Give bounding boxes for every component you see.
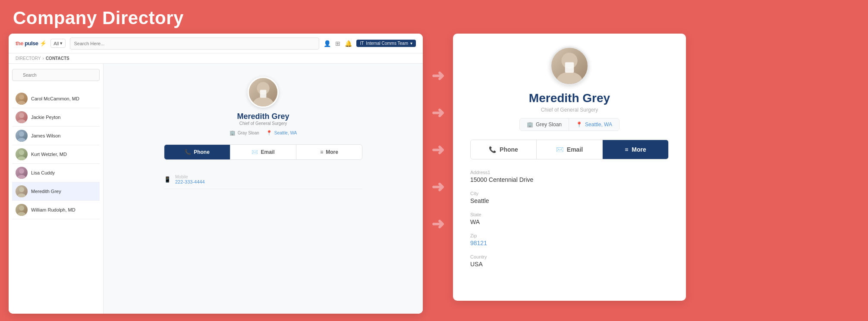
zip-value[interactable]: 98121 [470, 240, 669, 246]
email-tab-label: Email [261, 149, 274, 155]
state-field: State WA [470, 212, 669, 225]
state-value: WA [470, 218, 669, 225]
detail-email-icon: ✉️ [556, 146, 563, 153]
profile-name: Meredith Grey [237, 112, 289, 121]
team-badge-icon: IT [360, 41, 364, 46]
arrow-2: ➜ [431, 105, 444, 121]
address1-value: 15000 Centennial Drive [470, 176, 669, 183]
app-main: Meredith Grey Chief of General Surgery 🏢… [104, 64, 423, 314]
content-row: the pulse ⚡ All ▾ 👤 ⊞ 🔔 IT Internal Comm… [0, 34, 868, 321]
breadcrumb: DIRECTORY › CONTACTS [9, 53, 423, 64]
app-screenshot: the pulse ⚡ All ▾ 👤 ⊞ 🔔 IT Internal Comm… [9, 34, 423, 314]
team-badge-chevron: ▾ [410, 41, 412, 46]
app-body: 🔍 Carol McCammon, MD Jackie Peyton [9, 64, 423, 314]
svg-point-3 [17, 119, 26, 123]
detail-phone-label: Phone [500, 146, 518, 153]
svg-point-15 [253, 97, 274, 108]
sidebar-search-input[interactable] [12, 69, 100, 81]
detail-profile-name: Meredith Grey [529, 91, 610, 105]
city-value: Seattle [470, 197, 669, 204]
profile-job-title: Chief of General Surgery [239, 121, 287, 126]
contact-name-william: William Rudolph, MD [31, 207, 75, 212]
sidebar-item-kurt[interactable]: Kurt Wetzler, MD [12, 145, 100, 164]
sidebar-item-jackie[interactable]: Jackie Peyton [12, 108, 100, 127]
grid-icon[interactable]: ⊞ [335, 40, 340, 47]
svg-point-10 [19, 187, 24, 192]
mobile-detail-row: 📱 Mobile 222-333-4444 [164, 170, 362, 189]
address1-field: Address1 15000 Centennial Drive [470, 170, 669, 183]
country-value: USA [470, 261, 669, 268]
svg-point-4 [19, 131, 24, 137]
svg-point-5 [17, 138, 26, 142]
sidebar-search-wrap: 🔍 [12, 69, 100, 85]
svg-point-11 [17, 193, 26, 197]
company-name: Gray Sloan [238, 131, 259, 135]
sidebar-item-carol[interactable]: Carol McCammon, MD [12, 90, 100, 108]
arrows-column: ➜ ➜ ➜ ➜ ➜ [423, 34, 453, 232]
bell-icon[interactable]: 🔔 [345, 40, 352, 47]
people-icon[interactable]: 👤 [324, 40, 331, 47]
svg-point-6 [19, 150, 24, 155]
svg-point-7 [17, 156, 26, 160]
detail-building-icon: 🏢 [527, 122, 533, 128]
detail-phone-icon: 📞 [489, 146, 496, 153]
detail-more-icon: ≡ [625, 146, 628, 153]
contact-name-jackie: Jackie Peyton [31, 115, 60, 120]
detail-email-label: Email [567, 146, 583, 153]
detail-more-tab[interactable]: ≡ More [602, 140, 668, 159]
detail-location-icon: 📍 [576, 122, 582, 128]
more-tab-label: More [326, 149, 338, 155]
sidebar-item-james[interactable]: James Wilson [12, 127, 100, 145]
avatar-kurt [16, 148, 28, 160]
detail-email-tab[interactable]: ✉️ Email [536, 140, 602, 159]
phone-tab[interactable]: 📞 Phone [164, 145, 230, 159]
svg-point-13 [17, 212, 26, 216]
arrow-1: ➜ [431, 68, 444, 84]
chevron-down-icon: ▾ [60, 41, 63, 46]
detail-job-title: Chief of General Surgery [541, 107, 598, 113]
app-logo: the pulse ⚡ [16, 40, 46, 47]
detail-meta-row: 🏢 Grey Sloan 📍 Seattle, WA [519, 118, 620, 131]
mobile-icon: 📱 [164, 176, 171, 183]
breadcrumb-separator: › [43, 56, 44, 61]
country-label: Country [470, 254, 669, 259]
sidebar-item-lisa[interactable]: Lisa Cuddy [12, 164, 100, 182]
svg-point-2 [19, 113, 24, 118]
nav-search-input[interactable] [70, 37, 319, 50]
contact-name-kurt: Kurt Wetzler, MD [31, 152, 67, 157]
detail-more-label: More [632, 146, 646, 153]
country-field: Country USA [470, 254, 669, 268]
detail-panel: Meredith Grey Chief of General Surgery 🏢… [453, 34, 686, 301]
mobile-label: Mobile [175, 175, 205, 179]
sidebar-item-meredith[interactable]: Meredith Grey [12, 182, 100, 201]
breadcrumb-parent[interactable]: DIRECTORY [16, 56, 41, 61]
arrow-4: ➜ [431, 179, 444, 195]
email-icon: ✉️ [252, 149, 258, 155]
location-value[interactable]: Seattle, WA [274, 131, 297, 135]
app-nav: the pulse ⚡ All ▾ 👤 ⊞ 🔔 IT Internal Comm… [9, 34, 423, 53]
svg-point-0 [19, 94, 24, 100]
nav-dropdown[interactable]: All ▾ [50, 39, 66, 48]
email-tab[interactable]: ✉️ Email [230, 145, 296, 159]
sidebar-item-william[interactable]: William Rudolph, MD [12, 201, 100, 219]
detail-location-value[interactable]: Seattle, WA [585, 122, 612, 128]
avatar-william [16, 204, 28, 216]
more-tab[interactable]: ≡ More [296, 145, 362, 159]
dropdown-label: All [53, 41, 59, 46]
building-icon: 🏢 [230, 130, 236, 136]
avatar-lisa [16, 167, 28, 179]
mobile-value[interactable]: 222-333-4444 [175, 179, 205, 184]
contact-detail-section: 📱 Mobile 222-333-4444 [164, 170, 362, 189]
detail-phone-tab[interactable]: 📞 Phone [471, 140, 536, 159]
zip-field: Zip 98121 [470, 233, 669, 246]
app-sidebar: 🔍 Carol McCammon, MD Jackie Peyton [9, 64, 104, 314]
svg-point-18 [557, 72, 582, 85]
arrow-5: ➜ [431, 216, 444, 232]
state-label: State [470, 212, 669, 217]
svg-point-8 [19, 168, 24, 174]
team-badge[interactable]: IT Internal Comms Team ▾ [356, 40, 416, 47]
mobile-info: Mobile 222-333-4444 [175, 175, 205, 184]
detail-location: 📍 Seattle, WA [569, 118, 619, 131]
detail-avatar [550, 47, 589, 85]
avatar-james [16, 130, 28, 142]
